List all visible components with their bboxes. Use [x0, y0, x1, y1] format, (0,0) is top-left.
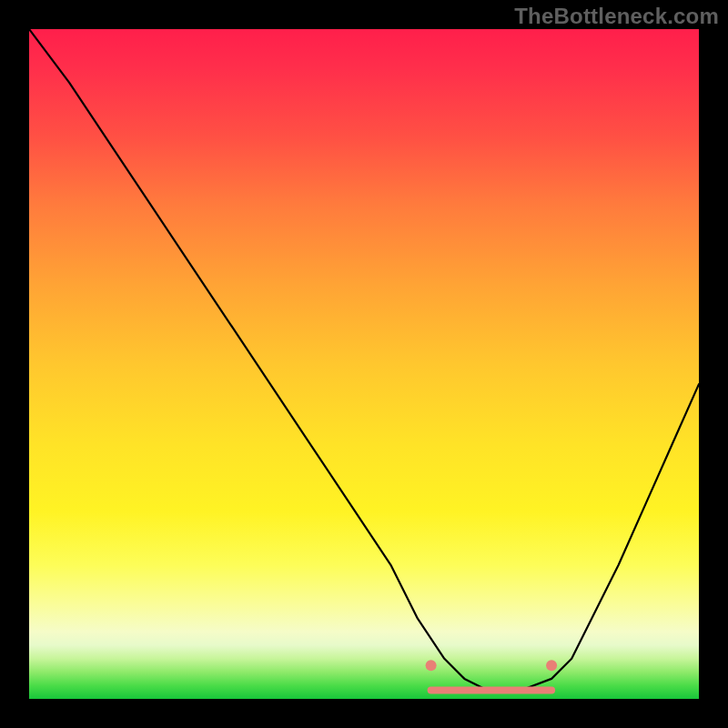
watermark-text: TheBottleneck.com [514, 4, 719, 29]
optimal-zone-marker-left [426, 660, 437, 671]
chart-frame: TheBottleneck.com [0, 0, 728, 728]
chart-svg [29, 29, 699, 699]
bottleneck-curve [29, 29, 699, 691]
plot-area [29, 29, 699, 699]
optimal-zone-marker-right [546, 660, 557, 671]
